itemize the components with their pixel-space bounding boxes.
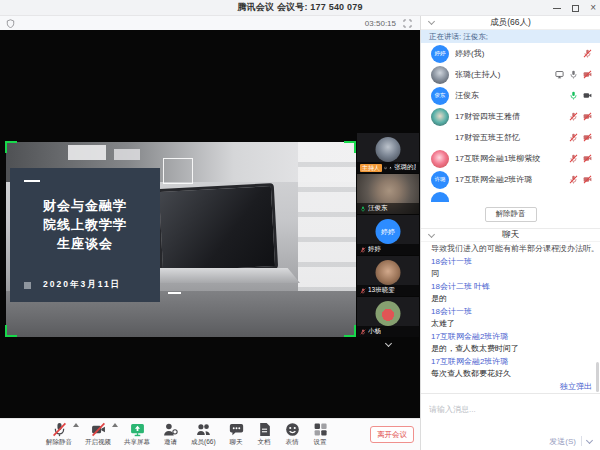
titlebar: 腾讯会议 会议号: 177 540 079 × [0, 0, 600, 16]
toolbar-members-button[interactable]: 成员(66) [191, 422, 216, 447]
toolbar-chat-button[interactable]: 聊天 [229, 422, 244, 447]
avatar [431, 150, 449, 168]
window-title: 腾讯会议 会议号: 177 540 079 [237, 1, 362, 14]
chat-sender-name: 17互联网金融2班许璐 [421, 331, 600, 344]
member-row-partial [421, 190, 600, 202]
chat-message: 太难了 [421, 318, 600, 331]
avatar [376, 137, 401, 162]
slide-date: 2020年3月11日 [43, 279, 121, 291]
member-row[interactable]: 17财管四班王雅倩 [421, 106, 600, 127]
member-row[interactable]: 张璐(主持人) [421, 64, 600, 85]
members-panel-header: 成员(66人) [421, 16, 600, 30]
settings-icon [313, 422, 328, 437]
member-row[interactable]: 俊东 汪俊东 [421, 85, 600, 106]
member-name: 17财管五班王舒忆 [455, 132, 563, 143]
screen-share-icon [555, 70, 564, 79]
mic-on-icon [360, 206, 366, 212]
unmute-button[interactable]: 解除静音 [485, 207, 537, 222]
toolbar-share-screen-button[interactable]: 共享屏幕 [124, 422, 150, 447]
thumbnail-name: 张璐的屏幕共... [394, 163, 416, 172]
minimize-button[interactable] [553, 8, 561, 9]
slide-dash-decoration [24, 180, 40, 182]
share-corner-bracket [344, 325, 356, 337]
leave-meeting-button[interactable]: 离开会议 [370, 426, 414, 443]
close-button[interactable]: × [590, 0, 596, 16]
toolbar-unmute-button[interactable]: 解除静音 [46, 422, 72, 447]
chat-scrollbar[interactable] [596, 362, 599, 392]
avatar [431, 129, 449, 147]
member-row[interactable]: 许璐 17互联网金融2班许璐 [421, 169, 600, 190]
caret-up-icon[interactable] [112, 423, 118, 427]
side-panel: 成员(66人) 正在讲话: 汪俊东; 婷婷 婷婷(我) 张璐(主持人) [420, 16, 600, 450]
member-row[interactable]: 17互联网金融1班柳紫绞 [421, 148, 600, 169]
share-corner-bracket [5, 141, 17, 153]
photo-highlight [114, 149, 140, 160]
camera-off-icon [583, 154, 592, 163]
slide-panel: 财会与金融学 院线上教学学 生座谈会 2020年3月11日 [10, 168, 160, 302]
shared-screen-content: 财会与金融学 院线上教学学 生座谈会 2020年3月11日 [6, 142, 356, 337]
laptop-screen [156, 183, 278, 275]
slide-dash-decoration [168, 292, 181, 294]
chat-input[interactable] [429, 405, 592, 414]
thumbnail-name: 汪俊东 [368, 204, 388, 213]
send-button[interactable]: 发送(S) [549, 436, 576, 447]
chat-panel-header: 聊天 [421, 228, 600, 242]
toolbar-invite-button[interactable]: 邀请 [163, 422, 178, 447]
popout-chat-link[interactable]: 独立弹出 [421, 380, 600, 393]
thumbnails-collapse-button[interactable] [357, 339, 419, 349]
mic-muted-icon [52, 422, 67, 437]
chat-message: 同 [421, 268, 600, 281]
mic-icon [389, 165, 392, 171]
chat-message-list[interactable]: 导致我们进入的可能有前半部分课程没办法听。 18会计一班 同 18会计二班 叶锋… [421, 242, 600, 380]
avatar: 婷婷 [376, 219, 401, 244]
members-panel-title: 成员(66人) [490, 17, 531, 29]
avatar: 许璐 [431, 171, 449, 189]
chat-send-row: 发送(S) [421, 432, 600, 450]
video-thumbnail[interactable]: 婷婷 婷婷 [357, 215, 419, 255]
chat-input-area [421, 393, 600, 432]
video-thumbnail[interactable]: 汪俊东 [357, 174, 419, 214]
chevron-down-icon[interactable] [428, 231, 435, 238]
chat-icon [229, 422, 244, 437]
mic-off-icon [360, 247, 366, 253]
member-row[interactable]: 婷婷 婷婷(我) [421, 43, 600, 64]
chat-message: 每次查人数都要花好久 [421, 368, 600, 380]
chat-sender-name: 18会计一班 [421, 256, 600, 269]
speaking-now-bar: 正在讲话: 汪俊东; [421, 30, 600, 43]
emoji-icon [285, 422, 300, 437]
host-badge: 主持人 [360, 164, 382, 172]
camera-off-icon [583, 133, 592, 142]
toolbar-emoji-button[interactable]: 表情 [285, 422, 300, 447]
chevron-down-icon[interactable] [428, 18, 435, 25]
chat-sender-name: 18会计一班 [421, 306, 600, 319]
bullet-square [24, 282, 31, 289]
fullscreen-icon[interactable] [403, 19, 412, 28]
slide-title: 财会与金融学 院线上教学学 生座谈会 [10, 196, 160, 253]
thumbnail-name: 13班晓雯 [368, 286, 395, 295]
member-name: 婷婷(我) [455, 48, 577, 59]
screen-share-icon [384, 165, 387, 171]
members-icon [196, 422, 211, 437]
mic-off-icon [360, 288, 366, 294]
toolbar-start-video-button[interactable]: 开启视频 [85, 422, 111, 447]
chat-sender-name: 17互联网金融2班许璐 [421, 356, 600, 369]
mic-off-icon [569, 112, 578, 121]
avatar [376, 260, 401, 285]
avatar [431, 108, 449, 126]
divider [581, 436, 582, 446]
mic-off-icon [360, 329, 366, 335]
video-thumbnail[interactable]: 13班晓雯 [357, 256, 419, 296]
stage-toolbar: 03:50:15 [0, 16, 420, 30]
toolbar-settings-button[interactable]: 设置 [313, 422, 328, 447]
chevron-down-icon[interactable] [586, 436, 593, 443]
camera-off-icon [583, 70, 592, 79]
camera-off-icon [583, 175, 592, 184]
video-thumbnail[interactable]: 小杨 [357, 297, 419, 337]
camera-on-icon [583, 91, 592, 100]
caret-up-icon[interactable] [73, 423, 79, 427]
toolbar-docs-button[interactable]: 文档 [257, 422, 272, 447]
photo-highlight [68, 145, 106, 160]
member-row[interactable]: 17财管五班王舒忆 [421, 127, 600, 148]
video-thumbnail-host-share[interactable]: 主持人 张璐的屏幕共... [357, 133, 419, 173]
maximize-button[interactable] [572, 5, 579, 12]
